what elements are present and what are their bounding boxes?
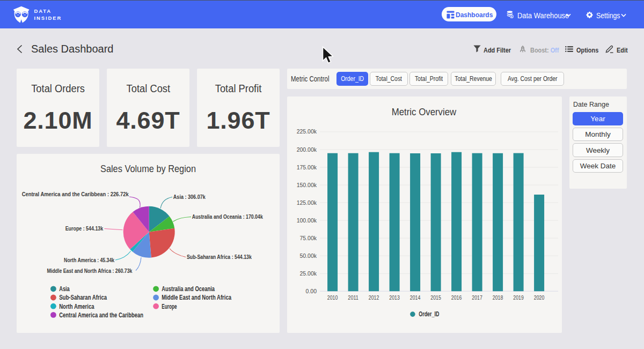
svg-text:2016: 2016 [451,294,462,301]
svg-text:2018: 2018 [493,294,503,301]
svg-text:Asia : 306.07k: Asia : 306.07k [173,194,206,200]
svg-text:Australia and Oceania : 170.04: Australia and Oceania : 170.04k [192,213,263,220]
svg-text:Asia: Asia [59,285,70,293]
svg-text:2013: 2013 [389,294,400,301]
svg-text:Europe : 544.13k: Europe : 544.13k [65,225,104,232]
svg-text:2012: 2012 [369,294,379,301]
svg-text:Order_ID: Order_ID [419,310,439,318]
svg-text:175.00k: 175.00k [297,164,317,170]
svg-text:Australia and Oceania: Australia and Oceania [162,285,215,293]
svg-text:200.00k: 200.00k [297,146,317,153]
svg-text:North America: North America [59,303,94,310]
svg-text:150.00k: 150.00k [297,182,317,188]
svg-text:2014: 2014 [410,294,421,301]
svg-text:225.00k: 225.00k [297,128,317,135]
svg-text:2020: 2020 [534,294,545,301]
svg-text:North America : 45.34k: North America : 45.34k [64,257,114,263]
svg-text:2011: 2011 [348,294,358,301]
svg-text:50.00k: 50.00k [299,253,317,259]
svg-text:Metric Overview: Metric Overview [392,106,457,117]
svg-text:25.00k: 25.00k [299,270,317,277]
svg-text:100.00k: 100.00k [297,217,317,224]
svg-text:2010: 2010 [327,294,338,301]
svg-text:75.00k: 75.00k [299,235,317,241]
svg-text:Europe: Europe [162,303,177,310]
svg-text:Sub-Saharan Africa : 544.13k: Sub-Saharan Africa : 544.13k [187,254,252,260]
svg-text:Sub-Saharan Africa: Sub-Saharan Africa [59,294,107,301]
svg-text:Central America and the Caribb: Central America and the Caribbean [59,311,143,319]
svg-text:Sales Volume by Region: Sales Volume by Region [100,163,196,174]
svg-text:2019: 2019 [513,294,524,301]
svg-text:0.00: 0.00 [306,288,317,294]
svg-text:Middle East and North Africa: Middle East and North Africa [162,294,231,301]
svg-text:2017: 2017 [472,294,482,301]
svg-text:Central America and the Caribb: Central America and the Caribbean : 226.… [22,191,129,197]
svg-text:2015: 2015 [430,294,441,301]
svg-text:125.00k: 125.00k [297,199,317,206]
svg-text:Middle East and North Africa :: Middle East and North Africa : 260.73k [47,268,133,274]
